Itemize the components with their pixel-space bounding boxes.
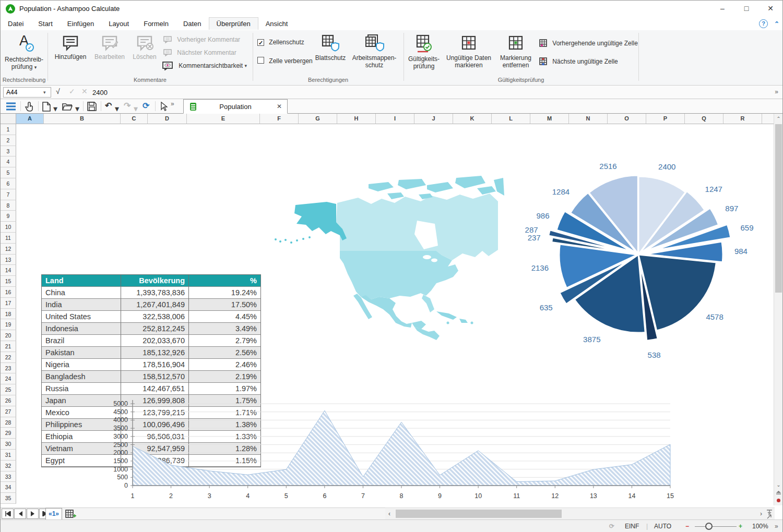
row-header-1[interactable]: 1 bbox=[1, 124, 16, 135]
cell-protection-checkbox[interactable]: ✓ Zellenschutz bbox=[257, 38, 304, 46]
row-header-27[interactable]: 27 bbox=[1, 406, 16, 417]
row-header-9[interactable]: 9 bbox=[1, 211, 16, 222]
menu-tab-start[interactable]: Start bbox=[31, 18, 60, 30]
horizontal-scroll-thumb[interactable] bbox=[396, 510, 562, 518]
column-header-partial[interactable] bbox=[762, 114, 775, 124]
scroll-left-icon[interactable]: ‹ bbox=[388, 510, 390, 517]
collapse-ribbon-icon[interactable]: ⌃ bbox=[774, 20, 779, 28]
mark-invalid-data-button[interactable]: Ungültige Datenmarkieren bbox=[445, 34, 492, 69]
zoom-in-icon[interactable]: + bbox=[739, 523, 742, 530]
namebox-dropdown-icon[interactable]: ▾ bbox=[43, 90, 46, 95]
table-row[interactable]: United States322,538,0064.45% bbox=[42, 311, 260, 323]
row-header-17[interactable]: 17 bbox=[1, 298, 16, 309]
pointer-icon[interactable] bbox=[160, 102, 168, 111]
row-header-3[interactable]: 3 bbox=[1, 146, 16, 157]
column-header-D[interactable]: D bbox=[148, 114, 187, 124]
row-header-25[interactable]: 25 bbox=[1, 384, 16, 395]
select-all-corner[interactable] bbox=[1, 114, 16, 124]
document-tab-close-icon[interactable]: ✕ bbox=[277, 103, 282, 110]
row-header-16[interactable]: 16 bbox=[1, 287, 16, 298]
split-view-icon[interactable] bbox=[776, 490, 781, 496]
column-header-F[interactable]: F bbox=[260, 114, 299, 124]
undo-icon[interactable]: ↶ bbox=[105, 101, 112, 111]
row-header-19[interactable]: 19 bbox=[1, 319, 16, 330]
statusbar-more-icon[interactable]: » bbox=[775, 523, 778, 530]
scroll-right-icon[interactable]: › bbox=[760, 510, 762, 517]
row-header-20[interactable]: 20 bbox=[1, 330, 16, 341]
table-row[interactable]: Pakistan185,132,9262.56% bbox=[42, 347, 260, 359]
tab-split-icon[interactable] bbox=[766, 510, 773, 514]
row-header-11[interactable]: 11 bbox=[1, 233, 16, 244]
spreadsheet-grid[interactable]: ABCDEFGHIJKLMNOPQR 123456789101112131415… bbox=[1, 114, 775, 505]
table-row[interactable]: Nigeria178,516,9042.46% bbox=[42, 359, 260, 371]
next-invalid-cell-button[interactable]: Nächste ungültige Zelle bbox=[539, 57, 618, 66]
help-icon[interactable]: ? bbox=[759, 19, 768, 28]
vertical-scroll-thumb[interactable] bbox=[775, 124, 782, 293]
calc-mode-indicator[interactable]: AUTO bbox=[654, 523, 671, 530]
function-icon[interactable]: √ bbox=[56, 87, 60, 95]
column-header-L[interactable]: L bbox=[492, 114, 530, 124]
toolbar-more-icon[interactable]: » bbox=[171, 100, 174, 107]
next-comment-button[interactable]: Nächster Kommentar bbox=[163, 49, 236, 56]
spellcheck-button[interactable]: A ✓ Rechtschreib- prüfung ▾ bbox=[3, 33, 45, 71]
row-header-6[interactable]: 6 bbox=[1, 178, 16, 189]
row-header-18[interactable]: 18 bbox=[1, 309, 16, 320]
maximize-button[interactable]: □ bbox=[734, 1, 758, 16]
column-header-J[interactable]: J bbox=[414, 114, 453, 124]
horizontal-scrollbar[interactable]: ‹ › bbox=[385, 507, 775, 519]
column-header-A[interactable]: A bbox=[16, 114, 44, 124]
menu-tab-einfügen[interactable]: Einfügen bbox=[60, 18, 101, 30]
save-icon[interactable] bbox=[87, 102, 97, 111]
remove-marking-button[interactable]: Markierungentfernen bbox=[495, 34, 537, 69]
zoom-level[interactable]: 100% bbox=[752, 523, 768, 530]
undo-dropdown-icon[interactable]: ▾ bbox=[115, 104, 119, 114]
previous-invalid-cell-button[interactable]: Vorhergehende ungültige Zelle bbox=[539, 39, 638, 47]
row-header-8[interactable]: 8 bbox=[1, 200, 16, 211]
row-header-35[interactable]: 35 bbox=[1, 493, 16, 504]
north-america-map[interactable] bbox=[264, 173, 504, 347]
scroll-down-icon[interactable]: ⌄ bbox=[774, 482, 783, 488]
row-header-28[interactable]: 28 bbox=[1, 417, 16, 428]
area-series[interactable] bbox=[133, 410, 670, 486]
new-document-dropdown-icon[interactable]: ▾ bbox=[53, 104, 57, 114]
scroll-up-icon[interactable]: ⌃ bbox=[774, 116, 783, 122]
hide-cell-checkbox[interactable]: Zelle verbergen bbox=[257, 57, 313, 65]
zoom-out-icon[interactable]: − bbox=[685, 523, 689, 530]
row-header-5[interactable]: 5 bbox=[1, 167, 16, 178]
row-header-32[interactable]: 32 bbox=[1, 461, 16, 471]
table-row[interactable]: Brazil202,033,6702.79% bbox=[42, 335, 260, 347]
corner-resize-icon[interactable] bbox=[766, 514, 773, 519]
column-header-H[interactable]: H bbox=[337, 114, 376, 124]
new-document-icon[interactable] bbox=[42, 102, 51, 112]
validation-button[interactable]: Gültigkeits-prüfung bbox=[405, 34, 443, 70]
menu-tab-überprüfen[interactable]: Überprüfen bbox=[209, 17, 258, 30]
row-header-33[interactable]: 33 bbox=[1, 471, 16, 482]
table-row[interactable]: Bangladesh158,512,5702.19% bbox=[42, 371, 260, 383]
column-header-P[interactable]: P bbox=[646, 114, 685, 124]
column-header-G[interactable]: G bbox=[299, 114, 337, 124]
open-folder-dropdown-icon[interactable]: ▾ bbox=[75, 104, 79, 114]
previous-sheet-button[interactable] bbox=[14, 509, 26, 519]
formula-bar-more-icon[interactable]: » bbox=[775, 88, 778, 95]
row-header-15[interactable]: 15 bbox=[1, 276, 16, 287]
menu-tab-daten[interactable]: Daten bbox=[176, 18, 209, 30]
row-header-4[interactable]: 4 bbox=[1, 156, 16, 167]
table-row[interactable]: Indonesia252,812,2453.49% bbox=[42, 323, 260, 335]
sheet-tab-1[interactable]: «1» bbox=[45, 508, 62, 519]
row-header-31[interactable]: 31 bbox=[1, 450, 16, 461]
hamburger-menu-icon[interactable] bbox=[6, 102, 16, 111]
next-sheet-button[interactable] bbox=[27, 509, 39, 519]
menu-tab-formeln[interactable]: Formeln bbox=[136, 18, 176, 30]
status-refresh-icon[interactable]: ⟳ bbox=[609, 523, 614, 530]
row-header-2[interactable]: 2 bbox=[1, 135, 16, 146]
menu-tab-ansicht[interactable]: Ansicht bbox=[258, 18, 295, 30]
menu-tab-layout[interactable]: Layout bbox=[101, 18, 136, 30]
column-header-M[interactable]: M bbox=[530, 114, 569, 124]
population-area-chart[interactable]: 0500100015002000250030003500400045005000… bbox=[100, 396, 679, 503]
zoom-slider-track[interactable] bbox=[695, 526, 737, 527]
column-header-E[interactable]: E bbox=[187, 114, 260, 124]
comment-delete-button[interactable]: Löschen bbox=[129, 34, 160, 61]
column-header-B[interactable]: B bbox=[44, 114, 121, 124]
menu-tab-datei[interactable]: Datei bbox=[1, 18, 31, 30]
formula-input[interactable] bbox=[92, 87, 763, 98]
